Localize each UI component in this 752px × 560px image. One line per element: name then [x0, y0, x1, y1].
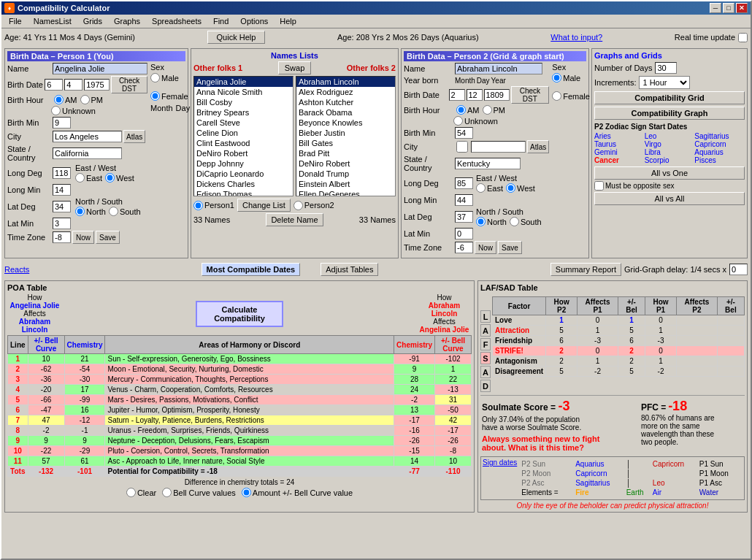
long-min-p2[interactable]: [455, 194, 473, 206]
save-btn-p2[interactable]: Save: [498, 241, 522, 254]
long-deg-p2[interactable]: [455, 177, 473, 189]
unknown-radio-p1[interactable]: Unknown: [51, 106, 96, 115]
birth-month-p1[interactable]: [45, 79, 63, 91]
list-item[interactable]: Einstein Albert: [296, 179, 395, 189]
lat-min-p2[interactable]: [455, 228, 473, 239]
unknown-radio-p2[interactable]: Unknown: [453, 116, 498, 126]
atlas-btn-p1[interactable]: Atlas: [123, 130, 145, 143]
tz-p2[interactable]: [455, 242, 473, 253]
male-radio-p2[interactable]: Male: [552, 73, 596, 83]
close-btn[interactable]: ✕: [736, 3, 748, 13]
list-item[interactable]: Bill Cosby: [194, 97, 293, 107]
compatibility-graph-btn[interactable]: Compatibility Graph: [594, 107, 745, 120]
am-radio-p2[interactable]: AM: [456, 105, 480, 115]
now-btn-p1[interactable]: Now: [72, 231, 94, 244]
list-item[interactable]: DeNiro Robert: [296, 158, 395, 169]
summary-report-btn[interactable]: Summary Report: [550, 263, 621, 276]
city-checkbox-p2[interactable]: [455, 141, 469, 153]
north-radio-p1[interactable]: North: [75, 207, 106, 216]
change-list-btn[interactable]: Change List: [237, 199, 291, 212]
list-item[interactable]: Barack Obama: [296, 107, 395, 118]
check-dst-p2[interactable]: Check DST: [511, 86, 550, 104]
menu-find[interactable]: Find: [209, 16, 233, 26]
menu-nameslist[interactable]: NamesList: [29, 16, 76, 26]
south-radio-p2[interactable]: South: [510, 217, 542, 226]
save-btn-p1[interactable]: Save: [96, 231, 120, 244]
calculate-compatibility-btn[interactable]: CalculateCompatibility: [196, 301, 283, 327]
list-item[interactable]: Anna Nicole Smith: [194, 87, 293, 97]
birth-day-p1[interactable]: [64, 79, 83, 91]
tz-p1[interactable]: [53, 231, 71, 243]
delete-name-btn[interactable]: Delete Name: [266, 213, 323, 226]
am-radio-p1[interactable]: AM: [54, 95, 77, 104]
maximize-btn[interactable]: □: [723, 3, 734, 13]
list-item[interactable]: Donald Trump: [296, 169, 395, 179]
list-item[interactable]: Clint Eastwood: [194, 138, 293, 148]
list-item[interactable]: Alex Rodriguez: [296, 87, 395, 97]
lat-deg-p2[interactable]: [455, 211, 473, 223]
lat-min-p1[interactable]: [53, 218, 71, 229]
name-input-p2[interactable]: [455, 63, 542, 74]
birth-year-p1[interactable]: [84, 79, 110, 91]
delay-value[interactable]: [729, 264, 748, 275]
list-item[interactable]: Brad Pitt: [296, 148, 395, 158]
birth-month-p2[interactable]: [449, 89, 465, 101]
east-radio-p2[interactable]: East: [476, 183, 503, 193]
menu-options[interactable]: Options: [236, 16, 272, 26]
state-input-p2[interactable]: [455, 158, 521, 169]
num-days-input[interactable]: [655, 62, 677, 74]
person1-radio[interactable]: Person1: [193, 201, 234, 210]
east-radio-p1[interactable]: East: [75, 173, 102, 183]
birth-day-p2[interactable]: [467, 89, 483, 101]
pm-radio-p1[interactable]: PM: [80, 95, 104, 104]
list-item[interactable]: Bill Gates: [296, 138, 395, 148]
south-radio-p1[interactable]: South: [109, 207, 141, 216]
increments-select[interactable]: 1 Hour: [639, 76, 690, 89]
menu-file[interactable]: File: [4, 16, 26, 26]
list-item[interactable]: Celine Dion: [194, 128, 293, 138]
names-list-1[interactable]: Angelina Jolie Anna Nicole Smith Bill Co…: [193, 76, 293, 196]
atlas-btn-p2[interactable]: Atlas: [527, 140, 549, 153]
list-item[interactable]: Ellen DeGeneres: [296, 189, 395, 196]
quick-help-btn[interactable]: Quick Help: [207, 31, 266, 44]
west-radio-p2[interactable]: West: [506, 183, 535, 193]
list-item[interactable]: Britney Spears: [194, 107, 293, 118]
city-input-p1[interactable]: [53, 131, 122, 142]
adjust-tables-btn[interactable]: Adjust Tables: [321, 263, 378, 276]
all-vs-all-btn[interactable]: All vs All: [594, 192, 745, 205]
lat-deg-p1[interactable]: [53, 201, 71, 212]
list-item[interactable]: Edison Thomas: [194, 189, 293, 196]
check-dst-p1[interactable]: Check DST: [111, 76, 147, 93]
all-vs-one-btn[interactable]: All vs One: [594, 166, 745, 180]
city-input-p2[interactable]: [471, 141, 526, 153]
female-radio-p2[interactable]: Female: [552, 91, 596, 101]
list-item[interactable]: Abraham Lincoln: [296, 77, 395, 87]
swap-btn[interactable]: Swap: [278, 61, 312, 74]
list-item[interactable]: Ashton Kutcher: [296, 97, 395, 107]
menu-help[interactable]: Help: [275, 16, 301, 26]
list-item[interactable]: Dickens Charles: [194, 179, 293, 189]
birth-min-p1[interactable]: [53, 117, 71, 129]
list-item[interactable]: DeNiro Robert: [194, 148, 293, 158]
list-item[interactable]: Bieber Justin: [296, 128, 395, 138]
west-radio-p1[interactable]: West: [105, 173, 134, 183]
what-to-input[interactable]: What to input?: [550, 33, 602, 42]
north-radio-p2[interactable]: North: [476, 217, 507, 226]
clear-radio[interactable]: Clear: [126, 488, 156, 497]
sign-dates-link[interactable]: Sign dates: [483, 459, 517, 467]
list-item[interactable]: DiCaprio Leonardo: [194, 169, 293, 179]
real-time-checkbox[interactable]: [738, 33, 748, 42]
long-min-p1[interactable]: [53, 184, 71, 196]
compatibility-grid-btn[interactable]: Compatibility Grid: [594, 91, 745, 104]
birth-min-p2[interactable]: [455, 127, 473, 139]
minimize-btn[interactable]: ─: [710, 3, 721, 13]
list-item[interactable]: Carell Steve: [194, 118, 293, 128]
reacts-link[interactable]: Reacts: [4, 265, 29, 274]
list-item[interactable]: Angelina Jolie: [194, 77, 293, 87]
must-opposite-sex[interactable]: Must be opposite sex: [594, 181, 745, 191]
long-deg-p1[interactable]: [53, 167, 71, 179]
name-input-p1[interactable]: [53, 63, 147, 74]
menu-grids[interactable]: Grids: [79, 16, 107, 26]
names-list-2[interactable]: Abraham Lincoln Alex Rodriguez Ashton Ku…: [296, 76, 396, 196]
menu-graphs[interactable]: Graphs: [110, 16, 145, 26]
